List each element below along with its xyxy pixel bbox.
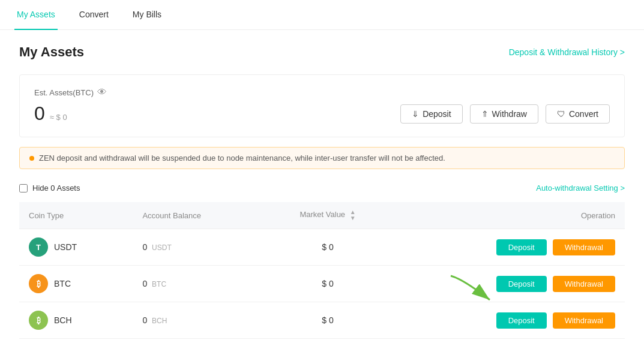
- coin-cell-usdt: T USDT: [19, 229, 133, 266]
- deposit-icon: ⇓: [412, 109, 419, 119]
- page-header: My Assets Deposit & Withdrawal History >: [19, 44, 625, 60]
- assets-card: Est. Assets(BTC) 👁 0 ≈ $ 0 ⇓ Deposit ⇑ W…: [19, 74, 625, 137]
- est-assets-text: Est. Assets(BTC): [34, 88, 94, 97]
- alert-dot-icon: [29, 156, 34, 161]
- withdraw-icon: ⇑: [481, 109, 489, 119]
- deposit-btn-usdt[interactable]: Deposit: [496, 239, 547, 255]
- col-account-balance: Account Balance: [133, 202, 264, 229]
- withdraw-button[interactable]: ⇑ Withdraw: [470, 104, 538, 124]
- nav-item-my-bills[interactable]: My Bills: [130, 0, 164, 30]
- convert-button[interactable]: 🛡 Convert: [546, 104, 610, 124]
- btc-approx-usd: ≈ $ 0: [50, 113, 67, 122]
- table-row: ₿ BTC 0 BTC $ 0 Deposit Withdrawal: [19, 266, 625, 302]
- balance-cell-usdt: 0 USDT: [133, 229, 264, 266]
- withdraw-btn-usdt[interactable]: Withdrawal: [553, 239, 615, 255]
- table-wrapper: Coin Type Account Balance Market Value ▲…: [19, 202, 625, 339]
- deposit-btn-bch[interactable]: Deposit: [496, 312, 547, 329]
- coin-name-bch: BCH: [54, 315, 72, 325]
- coin-cell-bch: ₿ BCH: [19, 302, 133, 339]
- alert-banner: ZEN deposit and withdrawal will be suspe…: [19, 147, 625, 169]
- withdraw-btn-bch[interactable]: Withdrawal: [553, 312, 615, 329]
- withdraw-btn-btc[interactable]: Withdrawal: [553, 276, 615, 292]
- balance-cell-btc: 0 BTC: [133, 266, 264, 302]
- balance-num: 0: [142, 279, 147, 288]
- page-title: My Assets: [19, 44, 84, 60]
- eye-icon[interactable]: 👁: [97, 87, 107, 98]
- col-operation: Operation: [391, 202, 625, 229]
- deposit-btn-btc[interactable]: Deposit: [496, 276, 547, 292]
- balance-num: 0: [142, 242, 147, 252]
- coin-name-btc: BTC: [54, 279, 71, 288]
- main-content: My Assets Deposit & Withdrawal History >…: [0, 30, 644, 353]
- coin-name-usdt: USDT: [54, 242, 77, 252]
- table-row: ₿ BCH 0 BCH $ 0 Deposit Withdrawal: [19, 302, 625, 339]
- alert-message: ZEN deposit and withdrawal will be suspe…: [39, 154, 445, 163]
- top-navigation: My Assets Convert My Bills: [0, 0, 644, 30]
- est-assets-label: Est. Assets(BTC) 👁: [34, 87, 610, 98]
- balance-unit: BTC: [152, 280, 166, 288]
- hide-zero-text: Hide 0 Assets: [32, 183, 80, 192]
- btc-value-display: 0 ≈ $ 0: [34, 103, 67, 125]
- hide-zero-checkbox[interactable]: [19, 184, 28, 192]
- operation-cell-usdt: Deposit Withdrawal: [391, 229, 625, 266]
- auto-withdrawal-link[interactable]: Auto-withdrawal Setting >: [536, 183, 625, 192]
- market-value-cell-bch: $ 0: [264, 302, 391, 339]
- coin-cell-btc: ₿ BTC: [19, 266, 133, 302]
- balance-num: 0: [142, 315, 147, 325]
- table-header: Coin Type Account Balance Market Value ▲…: [19, 202, 625, 229]
- table-row: T USDT 0 USDT $ 0 Deposit Withdrawal: [19, 229, 625, 266]
- action-buttons-group: ⇓ Deposit ⇑ Withdraw 🛡 Convert: [400, 104, 610, 124]
- balance-cell-bch: 0 BCH: [133, 302, 264, 339]
- table-controls: Hide 0 Assets Auto-withdrawal Setting >: [19, 181, 625, 195]
- assets-table: Coin Type Account Balance Market Value ▲…: [19, 202, 625, 339]
- coin-icon-bch: ₿: [29, 311, 48, 330]
- coin-icon-btc: ₿: [29, 274, 48, 293]
- history-link[interactable]: Deposit & Withdrawal History >: [509, 47, 625, 57]
- btc-big-value: 0: [34, 103, 45, 125]
- assets-row: 0 ≈ $ 0 ⇓ Deposit ⇑ Withdraw 🛡 Convert: [34, 103, 610, 125]
- nav-item-my-assets[interactable]: My Assets: [14, 0, 58, 30]
- convert-icon: 🛡: [557, 109, 565, 119]
- market-value-cell-usdt: $ 0: [264, 229, 391, 266]
- col-coin-type: Coin Type: [19, 202, 133, 229]
- balance-unit: USDT: [152, 243, 172, 252]
- col-market-value: Market Value ▲▼: [264, 202, 391, 229]
- hide-zero-label[interactable]: Hide 0 Assets: [19, 183, 80, 192]
- assets-table-body: T USDT 0 USDT $ 0 Deposit Withdrawal ₿ B…: [19, 229, 625, 339]
- balance-unit: BCH: [152, 317, 167, 325]
- coin-icon-usdt: T: [29, 237, 48, 257]
- nav-item-convert[interactable]: Convert: [77, 0, 111, 30]
- operation-cell-btc: Deposit Withdrawal: [391, 266, 625, 302]
- deposit-button[interactable]: ⇓ Deposit: [400, 104, 462, 124]
- operation-cell-bch: Deposit Withdrawal: [391, 302, 625, 339]
- market-value-cell-btc: $ 0: [264, 266, 391, 302]
- sort-arrows-icon[interactable]: ▲▼: [350, 209, 356, 221]
